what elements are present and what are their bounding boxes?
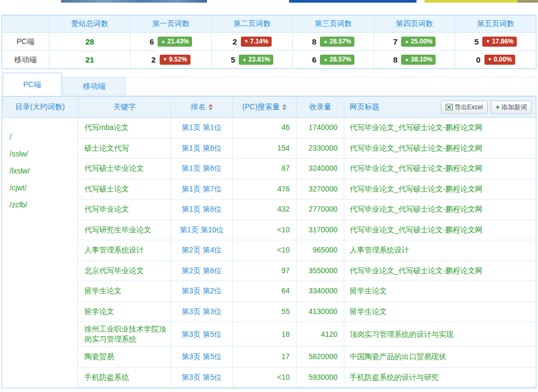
export-excel-button[interactable]: 导出Excel (441, 100, 487, 114)
word-count: 6 (150, 37, 154, 46)
tab-mobile[interactable]: 移动端 (63, 77, 126, 95)
up-arrow-icon: ▲ (323, 56, 328, 63)
page-title-link[interactable]: 代写毕业论文_代写硕士论文-鹏程论文网 (344, 118, 536, 138)
change-badge: ▼7.14% (241, 37, 272, 47)
keyword-link[interactable]: 徐州工业职业技术学院顶岗实习管理系统 (78, 322, 170, 346)
page-title-link[interactable]: 代写毕业论文_代写硕士论文-鹏程论文网 (344, 261, 536, 281)
directory-list: //sslw//lxslw//cjwt//zcfb/ (2, 118, 78, 388)
rank-cell: 第2页 第6位 (170, 261, 232, 281)
keyword-link[interactable]: 硕士论文代写 (78, 138, 170, 159)
down-arrow-icon: ▼ (163, 56, 168, 63)
directory-link[interactable]: /cjwt/ (10, 179, 77, 196)
summary-header-page3: 第三页词数 (292, 15, 374, 32)
keyword-link[interactable]: 手机防盗系统 (78, 368, 170, 388)
summary-header-page4: 第四页词数 (374, 15, 455, 32)
keyword-row: 手机防盗系统 第3页 第5位 <10 5930000 手机防盗系统的设计与研究 (78, 368, 536, 388)
change-badge: ▲28.57% (320, 55, 354, 65)
keyword-link[interactable]: 留学论文 (78, 302, 170, 322)
keyword-link[interactable]: 代写研究生毕业论文 (78, 220, 170, 240)
rank-cell: 第3页 第5位 (170, 322, 232, 346)
summary-total-count: 21 (49, 51, 130, 68)
summary-total-count: 28 (49, 33, 130, 50)
tab-pc[interactable]: PC端 (3, 73, 62, 95)
change-percent: 21.43% (167, 38, 189, 45)
summary-table: 爱站总词数 第一页词数 第二页词数 第三页词数 第四页词数 第五页词数 PC端 … (2, 15, 536, 69)
header-buttons: 导出Excel + 添加新词 (441, 100, 532, 114)
down-arrow-icon: ▼ (485, 38, 490, 45)
summary-change-cell: 8 ▲38.10% (374, 51, 455, 68)
search-volume-cell: 97 (232, 261, 296, 281)
page-title-link[interactable]: 代写毕业论文_代写硕士论文-鹏程论文网 (344, 220, 536, 240)
keyword-row: 人事管理系统设计 第2页 第4位 <10 965000 人事管理系统设计 (78, 240, 536, 261)
page-title-link[interactable]: 手机防盗系统的设计与研究 (344, 368, 536, 388)
summary-row-label: PC端 (2, 33, 49, 50)
directory-link[interactable]: / (10, 128, 77, 145)
page-title-link[interactable]: 中国陶瓷产品的出口贸易现状 (344, 347, 536, 367)
page-title-link[interactable]: 代写毕业论文_代写硕士论文-鹏程论文网 (344, 199, 536, 220)
page-title-link[interactable]: 顶岗实习管理系统的设计与实现 (344, 322, 536, 346)
search-volume-cell: 64 (232, 281, 296, 301)
change-badge: ▲28.57% (320, 37, 354, 47)
summary-change-cell: 5 ▼17.86% (455, 33, 536, 50)
keyword-link[interactable]: 人事管理系统设计 (78, 240, 170, 260)
directory-link[interactable]: /lxslw/ (10, 162, 77, 179)
change-badge: ▲23.81% (239, 55, 273, 65)
change-percent: 23.81% (248, 56, 270, 63)
summary-change-cell: 6 ▲28.57% (292, 51, 374, 68)
search-volume-cell: <10 (232, 368, 296, 388)
keyword-link[interactable]: 北京代写毕业论文 (78, 261, 170, 281)
summary-change-cell: 0 ▼0.00% (455, 51, 536, 68)
rank-cell: 第1页 第8位 (170, 199, 232, 220)
word-count: 0 (476, 55, 480, 64)
rank-cell: 第3页 第5位 (170, 347, 232, 367)
keyword-row: 徐州工业职业技术学院顶岗实习管理系统 第3页 第5位 18 4120 顶岗实习管… (78, 322, 536, 347)
keyword-link[interactable]: 代写mba论文 (78, 118, 170, 138)
summary-row-pc: PC端 28 6 ▲21.43% 2 ▼7.14% 8 ▲28.57% 7 ▲2… (2, 32, 536, 50)
page-title-link[interactable]: 人事管理系统设计 (344, 240, 536, 260)
up-arrow-icon: ▲ (404, 56, 409, 63)
search-volume-cell: <10 (232, 240, 296, 260)
page-title-link[interactable]: 留学生论文 (344, 281, 536, 301)
summary-change-cell: 2 ▼7.14% (211, 33, 292, 50)
keyword-row: 代写硕士毕业论文 第1页 第6位 87 3240000 代写毕业论文_代写硕士论… (78, 159, 536, 179)
add-keyword-button[interactable]: + 添加新词 (491, 100, 532, 114)
keyword-link[interactable]: 代写硕士论文 (78, 179, 170, 199)
cropped-yellow-bar (424, 0, 517, 3)
up-arrow-icon: ▲ (161, 38, 166, 45)
page-title-link[interactable]: 代写毕业论文_代写硕士论文-鹏程论文网 (344, 138, 536, 159)
directory-link[interactable]: /sslw/ (10, 145, 77, 162)
header-volume-label: (PC)搜索量 (242, 102, 280, 112)
summary-corner-cell (2, 15, 49, 32)
directory-link[interactable]: /zcfb/ (10, 196, 77, 213)
rank-cell: 第1页 第10位 (170, 220, 232, 240)
keyword-link[interactable]: 陶瓷贸易 (78, 347, 170, 367)
summary-row-mobile: 移动端 21 2 ▼9.52% 5 ▲23.81% 6 ▲28.57% 8 ▲3… (2, 50, 536, 68)
cropped-blue-image-strip (61, 0, 207, 3)
change-percent: 17.86% (492, 38, 514, 45)
summary-header-page1: 第一页词数 (130, 15, 211, 32)
summary-header-page2: 第二页词数 (211, 15, 292, 32)
word-count: 8 (312, 37, 316, 46)
device-tabs: PC端 移动端 (2, 73, 536, 95)
page-title-link[interactable]: 代写毕业论文_代写硕士论文-鹏程论文网 (344, 159, 536, 179)
page-title-link[interactable]: 代写毕业论文_代写硕士论文-鹏程论文网 (344, 179, 536, 199)
change-badge: ▼9.52% (160, 55, 190, 65)
word-count: 2 (151, 55, 155, 64)
indexed-count-cell: 2770000 (296, 199, 344, 220)
summary-header-total: 爱站总词数 (49, 15, 130, 32)
keyword-link[interactable]: 代写毕业论文 (78, 199, 170, 220)
keyword-link[interactable]: 代写硕士毕业论文 (78, 159, 170, 179)
header-directory: 目录(大约词数) (2, 97, 78, 117)
indexed-count-cell: 3170000 (296, 220, 344, 240)
page-title-link[interactable]: 留学生论文 (344, 302, 536, 322)
header-volume-sort[interactable]: (PC)搜索量 (232, 97, 296, 117)
header-rank-sort[interactable]: 排名 (170, 97, 232, 117)
rank-cell: 第1页 第6位 (170, 159, 232, 179)
sort-down-icon (209, 108, 213, 110)
word-count: 5 (231, 55, 235, 64)
indexed-count-cell: 1740000 (296, 118, 344, 138)
keyword-link[interactable]: 留学生论文 (78, 281, 170, 301)
keyword-table: 目录(大约词数) 关键字 排名 (PC)搜索量 收录量 网页标题 导出Excel… (2, 96, 536, 388)
change-percent: 9.52% (169, 56, 187, 63)
change-percent: 28.57% (329, 56, 351, 63)
